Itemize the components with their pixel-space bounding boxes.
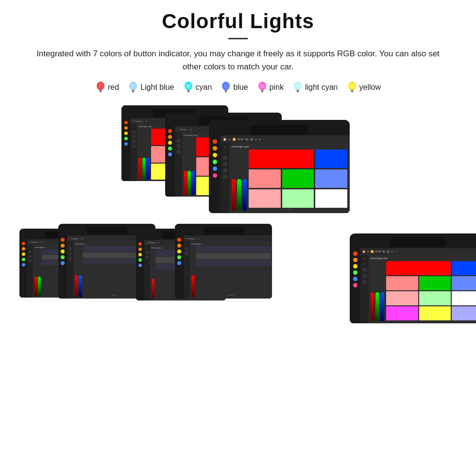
color-label-pink: pink xyxy=(270,83,284,92)
bulb-icon-cyan xyxy=(183,81,194,94)
bottom-device-4: ⌂ Settings ◇ ◈ ← xyxy=(175,224,272,299)
watermark-b2: Seicane xyxy=(111,294,118,296)
svg-point-21 xyxy=(295,83,300,88)
svg-point-5 xyxy=(131,83,136,88)
top-devices-section: ⌂ Settings ◇ ◈ ← xyxy=(19,105,457,212)
svg-rect-7 xyxy=(132,91,134,92)
bulb-icon-lightcyan xyxy=(292,81,303,94)
svg-rect-26 xyxy=(351,90,354,91)
bottom-devices-section: ⌂ Settings ◇ ◈ ← xyxy=(19,219,457,326)
svg-rect-19 xyxy=(261,91,263,92)
watermark-b4: Seicane xyxy=(227,294,234,296)
bulb-icon-lightblue xyxy=(128,81,138,94)
svg-rect-27 xyxy=(351,91,353,92)
svg-rect-14 xyxy=(224,90,227,91)
watermark-bfront: Seicane xyxy=(424,318,430,321)
bulb-icon-red xyxy=(95,81,106,94)
svg-rect-3 xyxy=(100,91,102,92)
svg-point-13 xyxy=(223,83,228,88)
svg-point-9 xyxy=(186,83,191,88)
color-label-cyan: cyan xyxy=(196,83,212,92)
svg-rect-2 xyxy=(99,90,102,91)
svg-rect-15 xyxy=(225,91,227,92)
svg-rect-18 xyxy=(261,90,264,91)
bulb-icon-pink xyxy=(257,81,268,94)
title-divider xyxy=(228,38,248,39)
page-title: Colorful Lights xyxy=(19,10,457,33)
svg-rect-22 xyxy=(296,90,299,91)
svg-rect-6 xyxy=(132,90,135,91)
color-item-lightcyan: light cyan xyxy=(292,81,338,94)
bulb-icon-blue xyxy=(221,81,231,94)
watermark-front: Seicane xyxy=(286,208,293,211)
color-label-lightcyan: light cyan xyxy=(305,83,338,92)
color-item-pink: pink xyxy=(257,81,284,94)
svg-point-17 xyxy=(260,83,265,88)
device-front-top: ⏰ ▼ 📶 20:24 📷 🔊 ⊡ ⇌ xyxy=(209,120,350,213)
color-item-blue: blue xyxy=(221,81,248,94)
svg-point-1 xyxy=(98,83,103,88)
svg-rect-11 xyxy=(187,91,189,92)
color-item-yellow: yellow xyxy=(347,81,381,94)
color-label-red: red xyxy=(108,83,119,92)
svg-rect-10 xyxy=(187,90,190,91)
description-text: Integrated with 7 colors of button indic… xyxy=(29,47,447,73)
color-item-red: red xyxy=(95,81,119,94)
color-item-lightblue: Light blue xyxy=(128,81,174,94)
color-label-yellow: yellow xyxy=(359,83,381,92)
color-indicators-row: red Light blue xyxy=(19,81,457,94)
top-devices-wrapper: ⌂ Settings ◇ ◈ ← xyxy=(102,105,374,212)
bulb-icon-yellow xyxy=(347,81,357,94)
page-container: Colorful Lights Integrated with 7 colors… xyxy=(0,0,476,340)
bottom-devices-wrapper: ⌂ Settings ◇ ◈ ← xyxy=(19,219,457,326)
bottom-device-front: ⏰ ▼ 📶 20:24 📷 🔊 ⊡ — xyxy=(350,233,476,323)
svg-rect-23 xyxy=(297,91,299,92)
color-label-lightblue: Light blue xyxy=(140,83,174,92)
color-label-blue: blue xyxy=(233,83,248,92)
color-item-cyan: cyan xyxy=(183,81,212,94)
svg-point-25 xyxy=(350,83,355,88)
title-section: Colorful Lights Integrated with 7 colors… xyxy=(19,10,457,73)
